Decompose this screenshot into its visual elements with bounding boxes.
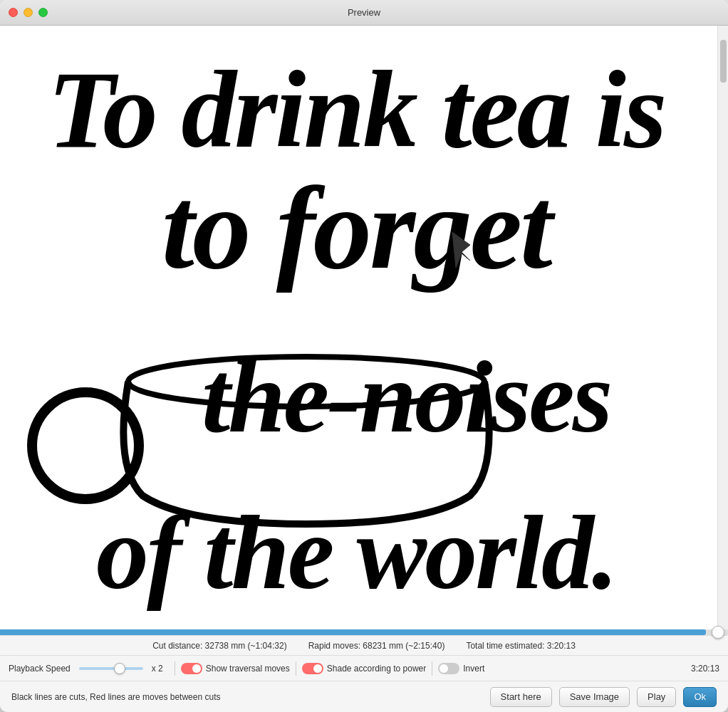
divider-1 bbox=[175, 661, 175, 676]
time-display: 3:20:13 bbox=[691, 664, 719, 674]
scrollbar[interactable] bbox=[717, 26, 728, 629]
cut-distance-stat: Cut distance: 32738 mm (~1:04:32) bbox=[152, 641, 286, 651]
info-label: Black lines are cuts, Red lines are move… bbox=[11, 692, 483, 702]
speed-value: x 2 bbox=[152, 664, 163, 674]
invert-track[interactable] bbox=[438, 663, 459, 674]
svg-text:to forget: to forget bbox=[162, 163, 556, 293]
canvas-content: To drink tea is to forget the-noises of … bbox=[0, 26, 717, 629]
playback-speed-label: Playback Speed bbox=[9, 664, 71, 674]
svg-text:the-noises: the-noises bbox=[202, 340, 610, 454]
stats-bar: Cut distance: 32738 mm (~1:04:32) Rapid … bbox=[0, 635, 728, 655]
preview-window: Preview To drink tea is to forget bbox=[0, 0, 728, 712]
play-button[interactable]: Play bbox=[637, 687, 676, 707]
canvas-area: To drink tea is to forget the-noises of … bbox=[0, 26, 728, 629]
start-here-button[interactable]: Start here bbox=[490, 687, 552, 707]
progress-bar-area[interactable] bbox=[0, 629, 728, 635]
progress-knob[interactable] bbox=[712, 626, 724, 639]
show-traversal-label: Show traversal moves bbox=[206, 664, 290, 674]
speed-slider-thumb[interactable] bbox=[114, 663, 125, 674]
playback-speed-slider[interactable] bbox=[79, 667, 143, 670]
invert-toggle[interactable]: Invert bbox=[438, 663, 484, 674]
shade-power-label: Shade according to power bbox=[327, 664, 426, 674]
shade-power-toggle[interactable]: Shade according to power bbox=[302, 663, 426, 674]
save-image-button[interactable]: Save Image bbox=[559, 687, 630, 707]
shade-power-track[interactable] bbox=[302, 663, 323, 674]
bottom-bar: Black lines are cuts, Red lines are move… bbox=[0, 681, 728, 712]
invert-thumb bbox=[440, 664, 448, 673]
minimize-button[interactable] bbox=[24, 8, 33, 17]
divider-2 bbox=[296, 661, 296, 676]
titlebar: Preview bbox=[0, 0, 728, 26]
rapid-moves-stat: Rapid moves: 68231 mm (~2:15:40) bbox=[308, 641, 445, 651]
close-button[interactable] bbox=[9, 8, 18, 17]
maximize-button[interactable] bbox=[38, 8, 48, 17]
divider-3 bbox=[432, 661, 432, 676]
progress-bar-fill bbox=[0, 629, 706, 635]
invert-label: Invert bbox=[463, 664, 484, 674]
svg-text:of the world.: of the world. bbox=[96, 494, 616, 611]
total-time-stat: Total time estimated: 3:20:13 bbox=[466, 641, 575, 651]
ok-button[interactable]: Ok bbox=[683, 687, 717, 707]
show-traversal-track[interactable] bbox=[181, 663, 202, 674]
controls-bar: Playback Speed x 2 Show traversal moves … bbox=[0, 655, 728, 681]
show-traversal-toggle[interactable]: Show traversal moves bbox=[181, 663, 290, 674]
traffic-lights bbox=[9, 8, 48, 17]
show-traversal-thumb bbox=[192, 664, 201, 673]
svg-text:To drink tea is: To drink tea is bbox=[48, 48, 665, 171]
scrollbar-thumb[interactable] bbox=[720, 40, 727, 83]
shade-power-thumb bbox=[313, 664, 322, 673]
window-title: Preview bbox=[348, 7, 380, 18]
tea-artwork: To drink tea is to forget the-noises of … bbox=[0, 26, 717, 617]
